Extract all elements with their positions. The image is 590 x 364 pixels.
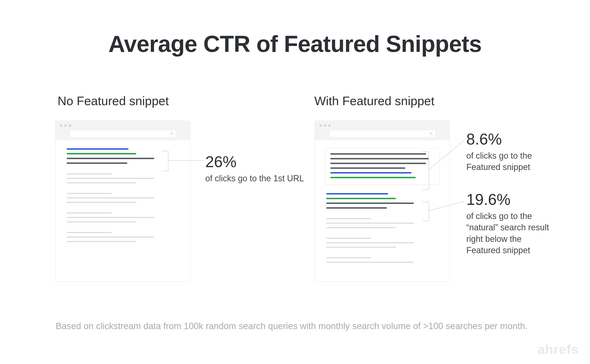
svg-line-1 bbox=[172, 134, 173, 135]
infographic-canvas: Average CTR of Featured Snippets No Feat… bbox=[0, 0, 590, 364]
serp-line bbox=[326, 218, 371, 219]
serp-line bbox=[67, 193, 112, 194]
serp-line bbox=[326, 262, 414, 263]
serp-line bbox=[326, 247, 396, 248]
svg-line-3 bbox=[432, 134, 433, 135]
svg-point-0 bbox=[170, 132, 173, 134]
section-label-with-snippet: With Featured snippet bbox=[314, 94, 435, 108]
footnote: Based on clickstream data from 100k rand… bbox=[56, 321, 528, 331]
snippet-title-line bbox=[330, 172, 411, 174]
serp-result-natural-first bbox=[326, 193, 438, 209]
serp-title-line bbox=[67, 148, 128, 150]
callout-value: 26% bbox=[205, 153, 304, 170]
serp-line bbox=[67, 197, 154, 199]
callout-connector bbox=[168, 160, 203, 161]
serp-line bbox=[67, 232, 112, 233]
callout-connector-diagonal bbox=[429, 200, 466, 214]
browser-chrome bbox=[55, 121, 190, 140]
serp-results-area bbox=[55, 140, 190, 281]
section-label-no-snippet: No Featured snippet bbox=[58, 94, 169, 108]
window-controls bbox=[60, 124, 71, 127]
serp-line bbox=[67, 241, 136, 242]
serp-result bbox=[326, 218, 438, 228]
serp-line bbox=[67, 212, 112, 214]
serp-result bbox=[326, 238, 438, 248]
callout-bracket bbox=[162, 151, 168, 171]
browser-mock-no-snippet bbox=[55, 121, 190, 281]
serp-url-line bbox=[67, 153, 136, 154]
snippet-text-line bbox=[330, 163, 426, 164]
callout-value: 8.6% bbox=[466, 131, 556, 148]
serp-line bbox=[67, 173, 112, 175]
serp-result bbox=[326, 257, 438, 263]
serp-line bbox=[67, 202, 136, 203]
search-bar bbox=[70, 130, 176, 137]
snippet-url-line bbox=[330, 177, 416, 178]
search-icon bbox=[170, 132, 173, 135]
serp-result bbox=[67, 193, 179, 203]
serp-title-line bbox=[326, 193, 388, 195]
callout-connector-diagonal bbox=[429, 139, 466, 172]
callout-no-snippet-first: 26% of clicks go to the 1st URL bbox=[205, 153, 304, 184]
window-controls bbox=[319, 124, 331, 127]
serp-desc-line bbox=[326, 202, 414, 204]
callout-desc: of clicks go to the Featured snippet bbox=[466, 150, 556, 173]
callout-bracket bbox=[422, 202, 429, 221]
snippet-text-line bbox=[330, 167, 405, 169]
serp-result bbox=[67, 212, 179, 222]
serp-line bbox=[326, 227, 396, 228]
serp-result bbox=[67, 232, 179, 242]
window-dot-icon bbox=[64, 124, 67, 127]
serp-desc-line bbox=[67, 158, 154, 159]
serp-line bbox=[326, 222, 414, 224]
svg-point-2 bbox=[430, 132, 432, 134]
svg-line-5 bbox=[429, 201, 464, 211]
serp-line bbox=[326, 242, 414, 243]
window-dot-icon bbox=[319, 124, 322, 127]
page-title: Average CTR of Featured Snippets bbox=[0, 31, 590, 57]
callout-desc: of clicks go to the 1st URL bbox=[205, 173, 304, 184]
serp-result bbox=[67, 173, 179, 183]
snippet-text-line bbox=[330, 158, 429, 159]
serp-url-line bbox=[326, 198, 396, 199]
window-dot-icon bbox=[60, 124, 62, 127]
serp-line bbox=[326, 238, 371, 239]
callout-natural-result: 19.6% of clicks go to the “natural” sear… bbox=[466, 191, 556, 256]
window-dot-icon bbox=[328, 124, 331, 127]
serp-line bbox=[67, 217, 154, 218]
serp-line bbox=[67, 182, 136, 183]
search-bar bbox=[329, 130, 436, 137]
serp-desc-line bbox=[326, 207, 387, 209]
serp-line bbox=[326, 257, 371, 258]
svg-line-4 bbox=[429, 141, 464, 170]
serp-line bbox=[67, 236, 154, 238]
snippet-text-line bbox=[330, 153, 426, 155]
callout-featured-snippet: 8.6% of clicks go to the Featured snippe… bbox=[466, 131, 556, 173]
serp-desc-line bbox=[67, 162, 127, 164]
serp-line bbox=[67, 178, 154, 179]
browser-chrome bbox=[315, 121, 449, 140]
window-dot-icon bbox=[324, 124, 326, 127]
search-icon bbox=[429, 132, 433, 135]
window-dot-icon bbox=[69, 124, 71, 127]
callout-desc: of clicks go to the “natural” search res… bbox=[466, 210, 556, 256]
callout-bracket bbox=[422, 151, 429, 190]
serp-line bbox=[67, 221, 136, 222]
callout-value: 19.6% bbox=[466, 191, 556, 208]
brand-logo: ahrefs bbox=[538, 342, 579, 357]
